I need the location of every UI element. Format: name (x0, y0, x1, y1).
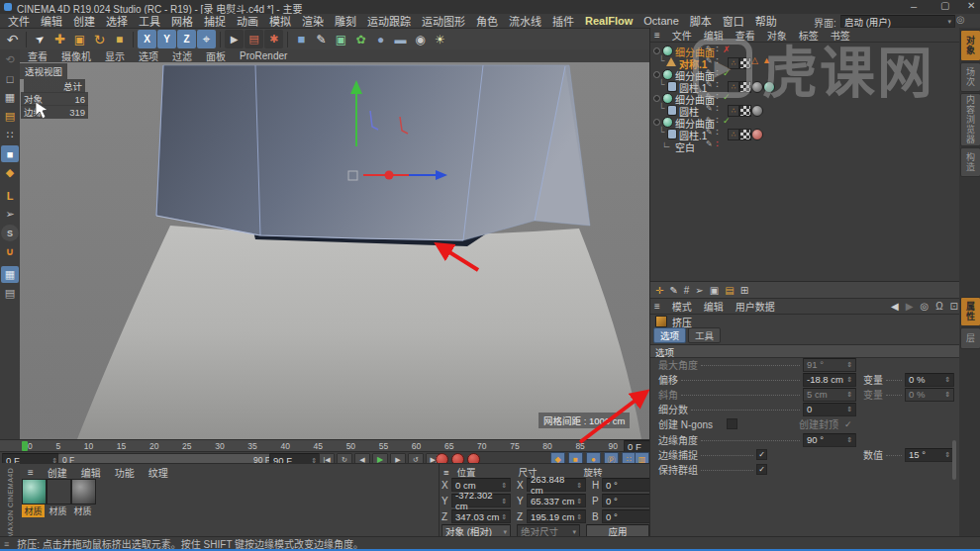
object-row[interactable]: └ 圆柱.1 ✎ : ∴ (650, 128, 960, 139)
material-menu-create[interactable]: 创建 (48, 465, 67, 480)
menu-animate[interactable]: 动画 (237, 13, 258, 29)
keep-groups-checkbox[interactable]: ✓ (756, 464, 767, 475)
edge-snap-checkbox[interactable]: ✓ (756, 449, 767, 460)
object-row[interactable]: 细分曲面 ✎ : ✗ (650, 45, 960, 56)
material-label[interactable]: 材质 (71, 505, 94, 517)
menu-character[interactable]: 角色 (476, 13, 498, 29)
viewport-menu-panel[interactable]: 面板 (206, 48, 226, 63)
visibility-dots[interactable]: : (716, 91, 719, 101)
spline-ellipse-button[interactable]: ● (371, 30, 390, 48)
object-row[interactable]: ∟ 空白 ✎ : (650, 139, 960, 151)
menu-file[interactable]: 文件 (8, 13, 30, 29)
size-z-field[interactable]: 195.19 cm⇕ (527, 509, 586, 523)
tab-structure[interactable]: 构造 (960, 147, 980, 177)
burger-icon[interactable]: ≡ (443, 467, 449, 478)
om-menu-edit[interactable]: 编辑 (704, 28, 724, 43)
pencil-icon[interactable]: ✎ (706, 45, 713, 53)
menu-window[interactable]: 窗口 (723, 13, 744, 29)
pencil-icon[interactable]: ✎ (706, 116, 713, 125)
cube-mode-icon[interactable]: ▣ (710, 285, 719, 296)
menu-motion-tracker[interactable]: 运动跟踪 (367, 13, 411, 29)
warning-tag-icon[interactable]: △ (751, 55, 758, 65)
visibility-dots[interactable]: : (716, 67, 719, 77)
panel-icon[interactable]: ▤ (725, 285, 734, 296)
material-thumbnail[interactable] (22, 479, 47, 505)
render-settings-button[interactable]: ✱ (264, 30, 283, 48)
position-z-field[interactable]: 347.03 cm⇕ (451, 509, 511, 523)
visibility-dots[interactable]: : (716, 103, 719, 113)
tweak-mode-button[interactable]: ➢ (1, 206, 19, 223)
visibility-dots[interactable]: : (716, 138, 719, 148)
expand-toggle[interactable] (653, 71, 660, 78)
magnet-snap-button[interactable]: ∪ (1, 243, 19, 260)
attribute-scrollbar[interactable] (952, 440, 956, 480)
disabled-icon[interactable]: ✗ (723, 45, 731, 54)
menu-edit[interactable]: 编辑 (41, 13, 62, 29)
menu-script[interactable]: 脚本 (690, 13, 712, 29)
new-panel-icon[interactable]: ⊡ (950, 301, 958, 312)
tab-objects[interactable]: 对象 (960, 30, 980, 61)
burger-icon[interactable]: ≡ (654, 30, 660, 41)
object-row[interactable]: 细分曲面 ✎ : ✓ (650, 116, 960, 128)
minimize-button[interactable]: – (911, 0, 917, 12)
workplane-lock-button[interactable]: ▦ (1, 266, 19, 283)
ngons-checkbox[interactable] (727, 418, 737, 429)
variance2-field[interactable]: 0 %⇕ (905, 388, 954, 402)
close-button[interactable]: ✕ (967, 0, 975, 11)
viewport-canvas[interactable] (20, 62, 649, 439)
material-item[interactable]: 材质 (47, 479, 69, 512)
menu-pipeline[interactable]: 流水线 (509, 13, 541, 29)
tab-layers[interactable]: 层 (960, 327, 980, 349)
gizmo-cube-icon[interactable]: ■ (110, 30, 129, 48)
caps-checkbox[interactable]: ✓ (844, 419, 852, 429)
attr-menu-userdata[interactable]: 用户数据 (735, 299, 775, 314)
menu-help[interactable]: 帮助 (755, 13, 777, 29)
undo-button[interactable]: ↶ (3, 30, 22, 48)
enabled-icon[interactable]: ✓ (723, 92, 731, 102)
camera-button[interactable]: ◉ (411, 30, 430, 48)
frustum-mesh[interactable] (77, 226, 641, 439)
pencil-icon[interactable]: ✎ (706, 128, 713, 137)
material-thumbnail[interactable] (71, 479, 96, 505)
attr-menu-edit[interactable]: 编辑 (704, 299, 724, 314)
pencil-icon[interactable]: ✎ (706, 104, 713, 113)
pencil-icon[interactable]: ✎ (706, 139, 713, 148)
pencil-icon[interactable]: ✎ (706, 56, 713, 65)
max-angle-field[interactable]: 91 °⇕ (803, 358, 856, 372)
size-x-field[interactable]: 263.848 cm⇕ (527, 478, 586, 492)
enabled-icon[interactable]: ✓ (723, 116, 731, 126)
viewport-menu-display[interactable]: 显示 (105, 48, 125, 63)
object-row[interactable]: └ 对称.1 ✎ : ∴ △ ▲ (650, 56, 960, 68)
viewport-menu-view[interactable]: 查看 (28, 48, 48, 63)
material-menu-function[interactable]: 功能 (115, 465, 135, 480)
menu-select[interactable]: 选择 (106, 13, 128, 29)
tab-takes[interactable]: 场次 (960, 62, 980, 92)
search-icon[interactable]: ◎ (920, 301, 929, 312)
material-item[interactable]: 材质 (22, 479, 45, 512)
snap-settings-icon[interactable]: ✛ (655, 285, 663, 296)
make-editable-button[interactable]: ⟲ (1, 51, 19, 68)
tab-content-browser[interactable]: 内容浏览器 (960, 93, 980, 146)
array-generator-button[interactable]: ✿ (351, 30, 370, 48)
object-row[interactable]: └ 圆柱 ✎ : ∴ (650, 104, 960, 116)
render-picture-viewer-button[interactable]: ▤ (245, 30, 263, 48)
menu-mograph[interactable]: 运动图形 (422, 13, 465, 29)
workplane-mode-button[interactable]: ▤ (1, 108, 19, 125)
coordinate-system-button[interactable]: ⌖ (197, 30, 216, 48)
menu-tools[interactable]: 工具 (139, 13, 160, 29)
object-row[interactable]: 细分曲面 ✎ : ✓ (650, 68, 960, 80)
light-button[interactable]: ☀ (431, 30, 449, 48)
om-menu-file[interactable]: 文件 (672, 28, 692, 43)
visibility-dots[interactable]: : (716, 44, 719, 53)
bevel-field[interactable]: 5 cm⇕ (803, 388, 856, 402)
arrow-mode-icon[interactable]: ➢ (695, 285, 703, 296)
pencil-icon[interactable]: ✎ (706, 80, 713, 89)
viewport-menu-camera[interactable]: 摄像机 (61, 48, 91, 63)
menu-snap[interactable]: 捕捉 (204, 13, 226, 29)
search-icon[interactable]: ◎ (956, 14, 965, 25)
extruded-mesh[interactable] (156, 65, 590, 240)
tab-options[interactable]: 选项 (653, 327, 686, 343)
grid-icon[interactable]: ⊞ (740, 285, 748, 296)
menu-render[interactable]: 渲染 (302, 13, 324, 29)
om-menu-bookmark[interactable]: 书签 (831, 28, 850, 43)
